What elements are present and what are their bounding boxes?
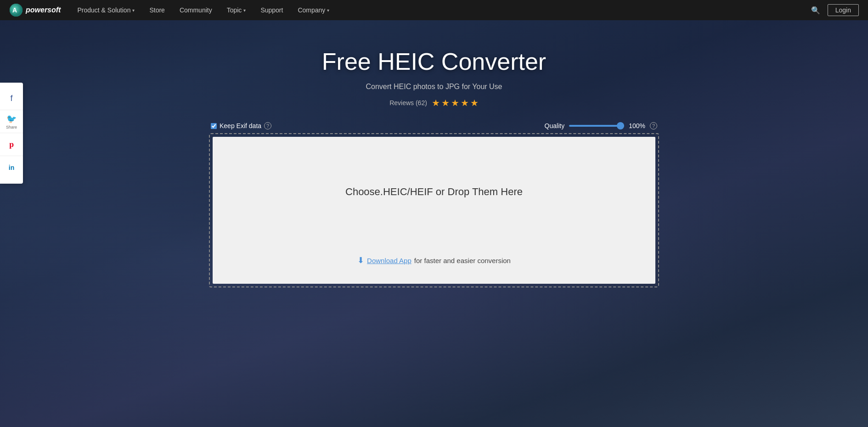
logo-link[interactable]: A powersoft <box>9 3 61 17</box>
quality-label: Quality <box>545 122 565 129</box>
logo-icon: A <box>9 3 23 17</box>
star-3: ★ <box>451 97 459 108</box>
star-1: ★ <box>432 97 440 108</box>
nav-item-store[interactable]: Store <box>142 0 172 20</box>
arrow-icon-topic: ▾ <box>243 8 246 13</box>
download-row: ⬇ Download App for faster and easier con… <box>357 255 511 265</box>
twitter-icon: 🐦 <box>6 114 17 124</box>
pinterest-icon: 𝐩 <box>9 140 14 149</box>
navbar-right: 🔍 Login <box>809 4 859 17</box>
keep-exif-checkbox[interactable] <box>211 123 217 129</box>
linkedin-icon: in <box>9 164 14 171</box>
download-app-link[interactable]: Download App <box>367 257 411 264</box>
quality-slider[interactable] <box>569 125 624 127</box>
page-title: Free HEIC Converter <box>322 48 546 75</box>
quality-row: Quality 100% ? <box>545 122 657 129</box>
exif-help-icon[interactable]: ? <box>264 122 271 129</box>
svg-text:A: A <box>12 6 17 14</box>
quality-help-icon[interactable]: ? <box>650 122 657 129</box>
drop-zone-text: Choose.HEIC/HEIF or Drop Them Here <box>345 186 523 198</box>
upload-container: Keep Exif data ? Quality 100% ? Choose.H… <box>209 122 659 287</box>
search-button[interactable]: 🔍 <box>809 4 822 17</box>
login-button[interactable]: Login <box>828 4 859 16</box>
nav-item-product[interactable]: Product & Solution ▾ <box>70 0 142 20</box>
main-content: Free HEIC Converter Convert HEIC photos … <box>0 20 868 287</box>
facebook-icon: f <box>10 94 12 103</box>
drop-zone-wrapper: Choose.HEIC/HEIF or Drop Them Here ⬇ Dow… <box>209 133 659 287</box>
quality-value: 100% <box>629 122 645 129</box>
arrow-icon: ▾ <box>132 8 135 13</box>
nav-item-topic[interactable]: Topic ▾ <box>220 0 254 20</box>
logo-text: powersoft <box>26 6 61 14</box>
download-suffix: for faster and easier conversion <box>414 257 511 264</box>
stars-container: ★ ★ ★ ★ ★ <box>432 97 479 108</box>
nav-item-support[interactable]: Support <box>253 0 290 20</box>
linkedin-share-button[interactable]: in <box>0 156 23 179</box>
star-5: ★ <box>470 97 479 108</box>
keep-exif-option: Keep Exif data ? <box>211 122 271 129</box>
nav-links: Product & Solution ▾ Store Community Top… <box>70 0 809 20</box>
social-sidebar: f 🐦 Share 𝐩 in <box>0 83 23 184</box>
arrow-icon-company: ▾ <box>327 8 329 13</box>
page-subtitle: Convert HEIC photos to JPG for Your Use <box>366 83 502 91</box>
reviews-text: Reviews (62) <box>389 99 427 107</box>
pinterest-share-button[interactable]: 𝐩 <box>0 133 23 156</box>
share-label: Share <box>6 125 17 129</box>
drop-zone[interactable]: Choose.HEIC/HEIF or Drop Them Here ⬇ Dow… <box>213 137 655 284</box>
nav-item-company[interactable]: Company ▾ <box>290 0 337 20</box>
reviews-row: Reviews (62) ★ ★ ★ ★ ★ <box>389 97 479 108</box>
download-icon: ⬇ <box>357 255 364 265</box>
star-4: ★ <box>461 97 469 108</box>
twitter-share-button[interactable]: 🐦 Share <box>0 110 23 133</box>
options-row: Keep Exif data ? Quality 100% ? <box>209 122 659 129</box>
nav-item-community[interactable]: Community <box>172 0 220 20</box>
keep-exif-label: Keep Exif data <box>220 122 261 129</box>
navbar: A powersoft Product & Solution ▾ Store C… <box>0 0 868 20</box>
star-2: ★ <box>441 97 450 108</box>
facebook-share-button[interactable]: f <box>0 87 23 110</box>
